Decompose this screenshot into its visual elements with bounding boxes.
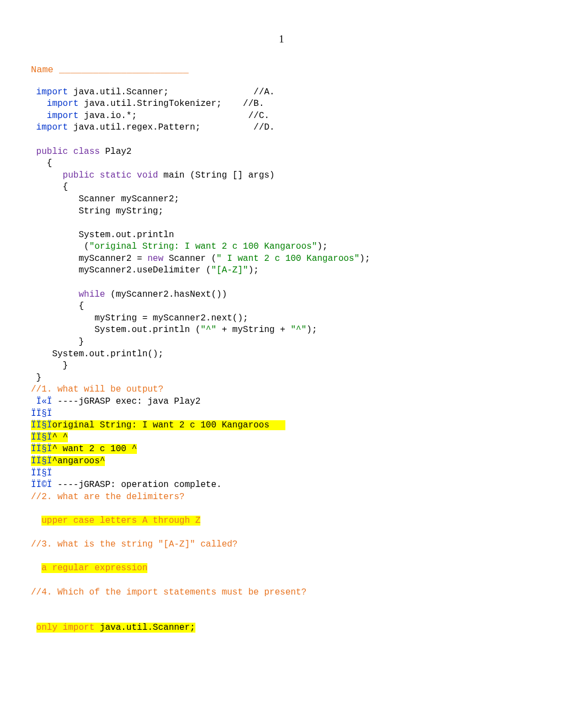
jgrasp-exec: ----jGRASP exec: java Play2 [52,397,200,406]
assign-scanner-post: Scanner ( [163,254,216,264]
close-paren: ); [248,265,259,275]
output-caret2: ^ want 2 c 100 ^ [52,444,137,454]
decl-string: String myString; [31,206,163,216]
page-number: 1 [0,0,563,64]
class-name: Play2 [105,147,131,157]
q4-prompt: //4. Which of the import statements must… [31,587,306,597]
jgrasp-prefix: Ï«Ï [36,397,52,406]
q3-prompt: //3. what is the string "[A-Z]" called? [31,539,237,549]
str-original: "original String: I want 2 c 100 Kangaro… [89,242,317,251]
assign-next: myString = myScanner2.next(); [31,313,248,323]
import-d: java.util.regex.Pattern; [68,122,200,132]
str-scanner-arg: " I want 2 c 100 Kangaroos" [216,254,359,264]
final-println: System.out.println(); [31,349,163,359]
paren-open: ( [31,242,89,251]
kw-import: import [47,111,79,121]
kw-void: void [137,170,158,180]
import-b: java.util.StringTokenizer; [78,99,221,109]
jgrasp-prefix: ÏÏ§Ï [31,420,52,430]
q4-answer-post: java.util.Scanner; [94,623,195,633]
kw-import: import [47,99,79,109]
kw-public: public [36,147,68,157]
close-paren: ); [306,325,317,335]
str-delim: "[A-Z]" [211,265,248,275]
name-field-label: Name _______________________ [31,64,563,77]
decl-scanner: Scanner myScanner2; [31,194,179,204]
cmt-c: //C. [248,111,269,121]
jgrasp-prefix: ÏÏ§Ï [31,444,52,454]
while-open: { [31,301,84,311]
output-caret1: ^ ^ [52,432,68,442]
q4-answer-pre: only import [36,623,95,633]
plus-mystr: + myString + [216,325,290,335]
method-close: } [31,361,68,371]
kw-while: while [78,290,105,299]
q1-prompt: //1. what will be output? [31,384,163,394]
close-paren: ); [359,254,370,264]
caret1: "^" [200,325,216,335]
kw-new: new [147,254,163,264]
print-line-pre: System.out.println ( [31,325,200,335]
code-block: import java.util.Scanner; //A. import ja… [31,87,563,384]
class-close: } [31,373,41,383]
q2-prompt: //2. what are the delimiters? [31,492,184,502]
cmt-b: //B. [243,99,264,109]
use-delim-pre: myScanner2.useDelimiter ( [31,265,211,275]
assign-scanner-pre: myScanner2 = [31,254,147,264]
paren-close: ); [317,242,328,251]
import-a: java.util.Scanner; [68,87,168,97]
jgrasp-prefix: ÏÏ©Ï [31,480,52,490]
cmt-d: //D. [253,122,274,132]
jgrasp-prefix: ÏÏ§Ï [31,468,52,478]
main-sig: main (String [] args) [158,170,274,180]
q2-answer: upper case letters A through Z [41,516,200,526]
cmt-a: //A. [253,87,274,97]
output-original: original String: I want 2 c 100 Kangaroo… [52,420,285,430]
output-block: //1. what will be output? Ï«Ï ----jGRASP… [31,384,563,634]
while-cond: (myScanner2.hasNext()) [105,290,227,299]
kw-static: static [100,170,132,180]
q3-answer: a regular expression [41,563,147,573]
jgrasp-prefix: ÏÏ§Ï [31,432,52,442]
jgrasp-complete: ----jGRASP: operation complete. [52,480,221,490]
kw-import: import [36,122,68,132]
import-c: java.io.*; [78,111,137,121]
kw-import: import [36,87,68,97]
output-caret3: ^angaroos^ [52,456,105,466]
caret2: "^" [290,325,306,335]
println-call: System.out.println [31,230,174,240]
jgrasp-prefix: ÏÏ§Ï [31,409,52,419]
while-close: } [31,337,84,347]
kw-public: public [63,170,95,180]
document-content: Name _______________________ import java… [0,64,563,634]
jgrasp-prefix: ÏÏ§Ï [31,456,52,466]
kw-class: class [73,147,100,157]
